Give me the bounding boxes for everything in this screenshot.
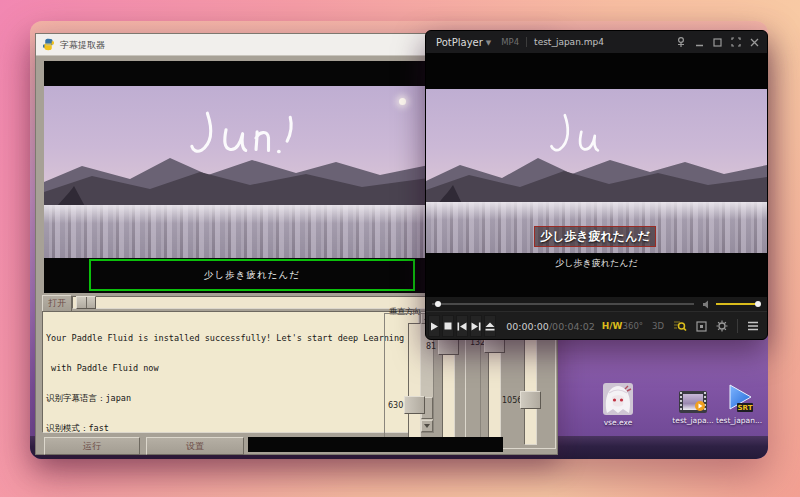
- handwriting-overlay-ju: [538, 111, 602, 167]
- player-subtitle: 少し歩き疲れたんだ: [426, 257, 767, 270]
- open-button-label: 打开: [48, 297, 66, 310]
- minimize-icon[interactable]: [695, 38, 704, 47]
- fullscreen-icon[interactable]: [731, 37, 741, 47]
- pin-icon[interactable]: [676, 37, 686, 48]
- hw-decoder-badge[interactable]: H/W: [602, 321, 623, 331]
- seek-bar[interactable]: [432, 303, 694, 305]
- close-icon[interactable]: [750, 38, 759, 47]
- seek-row: [426, 297, 767, 311]
- console-line: with Paddle Fluid now: [46, 363, 415, 373]
- burned-in-subtitle: 少し歩き疲れたんだ: [534, 226, 656, 247]
- subtitle-area-selection-box[interactable]: 少し歩き疲れたんだ: [89, 259, 415, 291]
- run-button-label: 运行: [83, 440, 101, 453]
- console-line: 识别模式：fast: [46, 423, 415, 433]
- console-line: Your Paddle Fluid is installed successfu…: [46, 333, 415, 343]
- potplayer-window: PotPlayer ▼ MP4 test_japan.mp4: [425, 30, 768, 340]
- maximize-icon[interactable]: [713, 38, 722, 47]
- desktop-icon-label: test_japa...: [672, 416, 713, 425]
- play-button[interactable]: [428, 315, 440, 337]
- volume-bar[interactable]: [716, 303, 758, 305]
- srt-subtitle-file-icon: SRT: [724, 383, 754, 413]
- moon: [399, 98, 406, 105]
- video-3d-button[interactable]: 3D: [652, 321, 664, 331]
- chevron-down-icon: ▼: [486, 39, 491, 47]
- next-button[interactable]: [470, 315, 482, 337]
- srt-badge-text: SRT: [738, 404, 753, 412]
- desktop-icon-video-file[interactable]: test_japa...: [670, 391, 716, 425]
- v-slider-4-handle[interactable]: [520, 391, 541, 409]
- console-line: 识别字幕语言：japan: [46, 393, 415, 403]
- control-divider: [737, 319, 738, 333]
- menu-icon[interactable]: [747, 321, 759, 331]
- open-media-button[interactable]: [484, 315, 496, 337]
- v-slider-1-value: 630: [388, 401, 403, 410]
- seek-position-dot[interactable]: [435, 301, 441, 307]
- progress-bar: [248, 437, 503, 452]
- gear-icon[interactable]: [716, 320, 728, 332]
- v-slider-1-handle[interactable]: [404, 396, 425, 414]
- video-360-button[interactable]: 360°: [623, 321, 643, 331]
- settings-button-label: 设置: [186, 440, 204, 453]
- handwriting-overlay-jun: [172, 108, 307, 166]
- speaker-icon[interactable]: [702, 300, 712, 309]
- volume-dot[interactable]: [755, 301, 761, 307]
- next-icon: [471, 322, 481, 331]
- time-current: 00:00:00: [506, 321, 549, 332]
- video-file-icon: [679, 391, 707, 413]
- stop-icon: [444, 322, 452, 330]
- v-slider-1[interactable]: [408, 323, 421, 445]
- previous-icon: [457, 322, 467, 331]
- desktop-icon-label: vse.exe: [604, 418, 633, 427]
- video-frame-image: [44, 86, 429, 258]
- anime-girl-app-icon: [603, 383, 633, 415]
- v-slider-2-value: 81: [426, 342, 436, 351]
- stop-button[interactable]: [442, 315, 454, 337]
- potplayer-menu[interactable]: PotPlayer: [436, 37, 483, 48]
- run-button[interactable]: 运行: [44, 437, 140, 455]
- frame-position-slider-handle[interactable]: [76, 296, 96, 309]
- python-icon: [42, 38, 55, 51]
- console-log: Your Paddle Fluid is installed successfu…: [42, 311, 419, 433]
- open-button[interactable]: 打开: [42, 295, 72, 312]
- time-total: 00:04:02: [552, 321, 595, 332]
- city-skyline: [44, 205, 429, 258]
- desktop-icon-label: test_japan...: [716, 416, 762, 425]
- settings-button[interactable]: 设置: [146, 437, 244, 455]
- video-preview-canvas[interactable]: 少し歩き疲れたんだ: [44, 61, 429, 293]
- control-bar: 00:00:00 / 00:04:02 H/W 360° 3D: [426, 311, 767, 340]
- eject-icon: [485, 322, 495, 331]
- preview-subtitle-text: 少し歩き疲れたんだ: [204, 269, 300, 282]
- subtitle-search-icon[interactable]: [673, 320, 687, 332]
- previous-button[interactable]: [456, 315, 468, 337]
- potplayer-titlebar[interactable]: PotPlayer ▼ MP4 test_japan.mp4: [426, 31, 767, 53]
- format-badge: MP4: [501, 37, 519, 47]
- play-icon: [430, 322, 439, 331]
- extractor-window-title: 字幕提取器: [60, 39, 105, 52]
- capture-frame-icon[interactable]: [696, 321, 707, 332]
- time-display: 00:00:00 / 00:04:02 H/W: [506, 321, 622, 332]
- potplayer-video-area[interactable]: 少し歩き疲れたんだ 少し歩き疲れたんだ: [426, 53, 767, 297]
- screenshot-stage: vse.exe test_japa...: [0, 0, 800, 497]
- desktop-icon-vse-exe[interactable]: vse.exe: [595, 383, 641, 427]
- titlebar-divider: [526, 37, 527, 47]
- desktop-icon-srt-file[interactable]: SRT test_japan...: [716, 383, 762, 425]
- v-slider-4[interactable]: [524, 323, 537, 445]
- file-name: test_japan.mp4: [534, 37, 604, 47]
